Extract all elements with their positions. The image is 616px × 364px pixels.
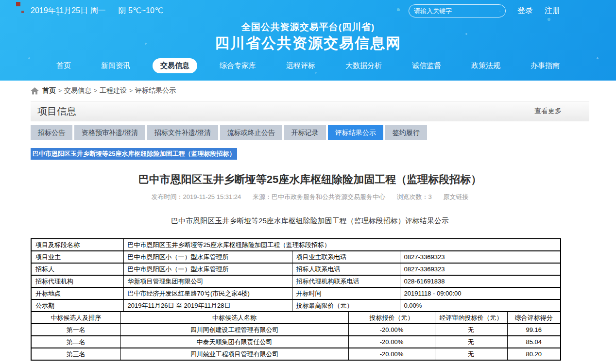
info-label-cell: 投标最高限价（元） bbox=[292, 299, 400, 312]
candidate-cell: 无 bbox=[435, 348, 507, 360]
info-value-cell: 华新项目管理集团有限公司 bbox=[123, 275, 292, 287]
nav-item-大数据分析[interactable]: 大数据分析 bbox=[338, 58, 390, 73]
tab-招标文件补遗/澄清[interactable]: 招标文件补遗/澄清 bbox=[147, 125, 218, 140]
candidate-header-cell: 中标候选人名称 bbox=[120, 312, 348, 324]
table-header-row: 中标候选人及排序中标候选人名称投标报价（元）经评审的投标价（元）综合评标得分 bbox=[31, 312, 561, 324]
candidate-cell: 无 bbox=[435, 324, 507, 336]
date-text: 2019年11月25日 周一 bbox=[31, 6, 105, 16]
info-value-cell: 巴中市经济开发区红星路70号(市民之家4楼) bbox=[123, 287, 292, 299]
tab-资格预审补遗/澄清[interactable]: 资格预审补遗/澄清 bbox=[74, 125, 145, 140]
info-label-cell: 公示期 bbox=[31, 299, 123, 312]
info-value-cell: 巴中市恩阳区小（一）型水库管理所 bbox=[123, 251, 292, 263]
nav-item-交易信息[interactable]: 交易信息 bbox=[153, 58, 197, 73]
candidate-cell: -20.00% bbox=[348, 324, 435, 336]
table-row: 项目及标段名称巴中市恩阳区玉井乡断垭等25座水库枢纽除险加固工程（监理标段招标） bbox=[31, 239, 561, 251]
nav-item-诚信监督[interactable]: 诚信监督 bbox=[404, 58, 449, 73]
tab-流标或终止公告[interactable]: 流标或终止公告 bbox=[220, 125, 282, 140]
weather-text: 阴 5℃~10℃ bbox=[118, 6, 163, 16]
site-subtitle: 全国公共资源交易平台(四川省) bbox=[0, 21, 616, 33]
info-label-cell: 项目业主 bbox=[31, 251, 123, 263]
register-link[interactable]: 注册 bbox=[545, 6, 560, 16]
login-link[interactable]: 登录 bbox=[517, 6, 533, 16]
view-count: 浏览次数：3 bbox=[397, 193, 432, 200]
breadcrumb-home[interactable]: 首页 bbox=[42, 86, 56, 95]
section-title: 项目信息 bbox=[37, 105, 76, 118]
table-row: 第三名四川兢业工程项目管理有限公司-20.00%无80.20 bbox=[31, 348, 561, 360]
candidate-cell: -20.00% bbox=[348, 336, 435, 348]
topbar: 2019年11月25日 周一 阴 5℃~10℃ 登录 注册 bbox=[0, 0, 616, 17]
candidate-header-cell: 经评审的投标价（元） bbox=[435, 312, 507, 324]
candidate-header-cell: 投标报价（元） bbox=[348, 312, 435, 324]
category-tabs: 招标公告资格预审补遗/澄清招标文件补遗/澄清流标或终止公告开标记录评标结果公示签… bbox=[31, 125, 589, 140]
breadcrumb-item[interactable]: 工程建设 bbox=[100, 86, 127, 94]
publish-time: 发布时间：2019-11-25 15:31:24 bbox=[152, 193, 241, 200]
source-text: 来源：巴中市政务服务和公共资源交易服务中心 bbox=[253, 193, 385, 200]
candidate-cell: 85.04 bbox=[507, 336, 561, 348]
candidate-cell: 中泰天顺集团有限责任公司 bbox=[120, 336, 348, 348]
table-row: 招标人巴中市恩阳区小（一）型水库管理所招标人联系电话0827-3369323 bbox=[31, 263, 561, 275]
breadcrumb-item[interactable]: 交易信息 bbox=[64, 86, 91, 94]
breadcrumb-items: >交易信息>工程建设>评标结果公示 bbox=[56, 86, 176, 95]
search-input[interactable] bbox=[414, 7, 499, 15]
info-label-cell: 招标人联系电话 bbox=[292, 263, 400, 275]
candidate-cell: 第一名 bbox=[31, 324, 120, 336]
nav-item-新闻资讯[interactable]: 新闻资讯 bbox=[93, 58, 138, 73]
nav-item-远程评标[interactable]: 远程评标 bbox=[278, 58, 323, 73]
breadcrumb-item[interactable]: 评标结果公示 bbox=[135, 86, 176, 94]
info-value-cell: 0827-3369323 bbox=[400, 263, 561, 275]
table-row: 第二名中泰天顺集团有限责任公司-20.00%无85.04 bbox=[31, 336, 561, 348]
breadcrumb-separator: > bbox=[129, 87, 133, 94]
candidate-cell: 四川兢业工程项目管理有限公司 bbox=[120, 348, 348, 360]
info-value-cell: 028-61691838 bbox=[400, 275, 561, 287]
candidate-cell: -20.00% bbox=[348, 348, 435, 360]
main-nav: 首页新闻资讯交易信息综合专家库远程评标大数据分析诚信监督政策法规办事指南 bbox=[0, 58, 616, 73]
selected-project-link[interactable]: 巴中市恩阳区玉井乡断垭等25座水库枢纽除险加固工程（监理标段招标） bbox=[31, 148, 237, 160]
original-link[interactable]: 原文链接 bbox=[443, 193, 468, 200]
table-row: 项目业主巴中市恩阳区小（一）型水库管理所项目业主联系电话0827-3369323 bbox=[31, 251, 561, 263]
breadcrumb: 首页 >交易信息>工程建设>评标结果公示 bbox=[0, 81, 616, 101]
nav-item-政策法规[interactable]: 政策法规 bbox=[463, 58, 508, 73]
tab-签约履行[interactable]: 签约履行 bbox=[385, 125, 427, 140]
info-label-cell: 开标时间 bbox=[292, 287, 400, 299]
info-table: 项目及标段名称巴中市恩阳区玉井乡断垭等25座水库枢纽除险加固工程（监理标段招标）… bbox=[31, 238, 561, 312]
article-subtitle: 巴中市恩阳区玉井乡断垭等25座水库枢纽除险加固工程（监理标段招标）评标结果公示 bbox=[31, 216, 589, 226]
candidate-cell: 第二名 bbox=[31, 336, 120, 348]
candidates-table: 中标候选人及排序中标候选人名称投标报价（元）经评审的投标价（元）综合评标得分第一… bbox=[31, 311, 561, 361]
breadcrumb-separator: > bbox=[58, 87, 62, 94]
table-row: 开标地点巴中市经济开发区红星路70号(市民之家4楼)开标时间20191118 -… bbox=[31, 287, 561, 299]
tab-开标记录[interactable]: 开标记录 bbox=[284, 125, 326, 140]
tab-招标公告[interactable]: 招标公告 bbox=[31, 125, 72, 140]
info-label-cell: 项目及标段名称 bbox=[31, 239, 123, 251]
info-label-cell: 项目业主联系电话 bbox=[292, 251, 400, 263]
info-value-cell: 20191118 - 09:00:00 bbox=[400, 287, 561, 299]
info-value-cell: 巴中市恩阳区小（一）型水库管理所 bbox=[123, 263, 292, 275]
search-icon[interactable] bbox=[499, 7, 500, 16]
table-row: 第一名四川同创建设工程管理有限公司-20.00%无99.16 bbox=[31, 324, 561, 336]
info-label-cell: 招标代理机构联系电话 bbox=[292, 275, 400, 287]
nav-item-综合专家库[interactable]: 综合专家库 bbox=[212, 58, 264, 73]
info-value-cell: 0.00% bbox=[400, 299, 561, 312]
table-row: 公示期2019年11月26日 至 2019年11月28日投标最高限价（元）0.0… bbox=[31, 299, 561, 312]
site-title: 四川省公共资源交易信息网 bbox=[0, 33, 616, 52]
info-value-cell: 2019年11月26日 至 2019年11月28日 bbox=[123, 299, 292, 312]
article-meta: 发布时间：2019-11-25 15:31:24 来源：巴中市政务服务和公共资源… bbox=[31, 193, 589, 201]
search-box[interactable] bbox=[409, 4, 506, 17]
candidate-cell: 无 bbox=[435, 336, 507, 348]
breadcrumb-separator: > bbox=[94, 87, 97, 94]
view-more-link[interactable]: 查看更多 bbox=[534, 107, 589, 116]
info-label-cell: 招标代理机构 bbox=[31, 275, 123, 287]
nav-item-办事指南[interactable]: 办事指南 bbox=[523, 58, 567, 73]
article-title: 巴中市恩阳区玉井乡断垭等25座水库枢纽除险加固工程（监理标段招标） bbox=[31, 172, 589, 187]
content-area: 项目信息 查看更多 招标公告资格预审补遗/澄清招标文件补遗/澄清流标或终止公告开… bbox=[31, 101, 589, 361]
site-banner: 2019年11月25日 周一 阴 5℃~10℃ 登录 注册 全国公共资源交易平台… bbox=[0, 0, 616, 81]
tab-评标结果公示[interactable]: 评标结果公示 bbox=[328, 125, 383, 140]
info-value-cell: 0827-3369323 bbox=[400, 251, 561, 263]
info-label-cell: 开标地点 bbox=[31, 287, 123, 299]
info-value-cell: 巴中市恩阳区玉井乡断垭等25座水库枢纽除险加固工程（监理标段招标） bbox=[123, 239, 561, 251]
home-icon[interactable] bbox=[31, 87, 39, 95]
table-row: 招标代理机构华新项目管理集团有限公司招标代理机构联系电话028-61691838 bbox=[31, 275, 561, 287]
candidate-cell: 四川同创建设工程管理有限公司 bbox=[120, 324, 348, 336]
candidate-header-cell: 中标候选人及排序 bbox=[31, 312, 120, 324]
nav-item-首页[interactable]: 首页 bbox=[49, 58, 79, 73]
section-header: 项目信息 查看更多 bbox=[31, 101, 589, 121]
